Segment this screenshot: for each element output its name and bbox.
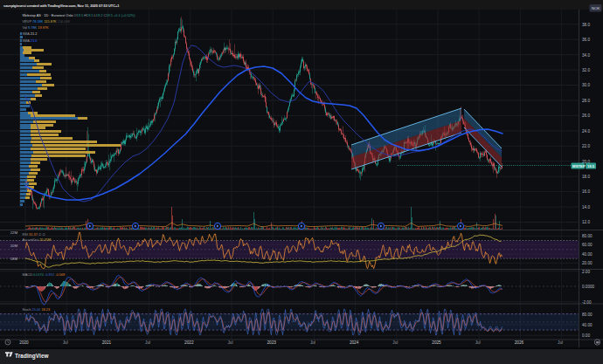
svg-text:30.0: 30.0	[582, 83, 590, 87]
svg-text:2.00: 2.00	[582, 270, 590, 274]
svg-text:NOK: NOK	[592, 6, 600, 10]
svg-text:RSI 31.37 ∅ ∅: RSI 31.37 ∅ ∅	[23, 232, 45, 237]
svg-text:18M: 18M	[10, 257, 18, 261]
svg-text:Vol 9.78K 19.97K: Vol 9.78K 19.97K	[23, 25, 50, 30]
svg-text:AccumDist 20.45M: AccumDist 20.45M	[23, 237, 52, 242]
svg-text:34.0: 34.0	[582, 53, 590, 58]
svg-text:2024: 2024	[350, 340, 359, 345]
svg-text:40.00: 40.00	[582, 323, 593, 327]
svg-text:12.0: 12.0	[582, 220, 590, 224]
svg-text:TradingView: TradingView	[15, 353, 49, 360]
svg-text:36.0: 36.0	[582, 38, 590, 42]
svg-text:80.00: 80.00	[582, 312, 593, 317]
svg-text:Jul: Jul	[310, 340, 315, 345]
svg-text:14.0: 14.0	[582, 205, 590, 209]
svg-text:2021: 2021	[102, 340, 112, 345]
svg-text:2023: 2023	[267, 340, 276, 345]
svg-text:MACD 0.0170 -0.952 -0.569: MACD 0.0170 -0.952 -0.569	[23, 272, 66, 277]
svg-text:24.0: 24.0	[582, 129, 590, 134]
svg-text:SMA 21.2: SMA 21.2	[23, 31, 38, 36]
svg-text:22M: 22M	[10, 230, 18, 235]
svg-text:38.0: 38.0	[582, 23, 590, 27]
svg-text:19.5: 19.5	[587, 164, 595, 168]
svg-text:Webstep AS · 1D · Euronext Osl: Webstep AS · 1D · Euronext Oslo O19.5 H1…	[23, 13, 136, 17]
svg-text:VRVP 78.18K 115.87K 156.06K: VRVP 78.18K 115.87K 156.06K	[23, 19, 71, 24]
svg-text:WSTEP: WSTEP	[572, 164, 586, 168]
svg-text:SMA 23.6: SMA 23.6	[23, 38, 38, 43]
svg-text:savepiginvest created with Tra: savepiginvest created with TradingView.c…	[3, 3, 120, 8]
svg-text:20M: 20M	[10, 244, 18, 248]
svg-text:2020: 2020	[19, 340, 29, 345]
svg-text:40.00: 40.00	[582, 252, 593, 257]
svg-text:26.0: 26.0	[582, 113, 590, 118]
svg-text:Jul: Jul	[63, 340, 68, 345]
svg-text:22.0: 22.0	[582, 144, 590, 148]
svg-text:18.0: 18.0	[582, 175, 590, 179]
svg-text:0.0000: 0.0000	[582, 285, 594, 289]
svg-text:20.00: 20.00	[582, 261, 593, 265]
svg-text:2025: 2025	[432, 340, 441, 345]
svg-text:-2.00: -2.00	[582, 300, 592, 305]
svg-text:28.0: 28.0	[582, 99, 590, 103]
svg-text:2026: 2026	[515, 340, 524, 345]
svg-text:Jul: Jul	[392, 340, 398, 345]
svg-text:Stoch 25.00 18.23: Stoch 25.00 18.23	[23, 307, 51, 312]
svg-text:60.00: 60.00	[582, 243, 593, 247]
svg-text:Jul: Jul	[558, 340, 563, 345]
svg-text:Jul: Jul	[145, 340, 150, 345]
svg-text:2022: 2022	[184, 340, 194, 345]
svg-text:Jul: Jul	[228, 340, 233, 345]
svg-text:0.00: 0.00	[582, 333, 590, 338]
svg-text:32.0: 32.0	[582, 68, 590, 72]
svg-text:16.0: 16.0	[582, 189, 590, 194]
svg-text:80.00: 80.00	[582, 234, 593, 238]
svg-text:Jul: Jul	[475, 340, 481, 345]
